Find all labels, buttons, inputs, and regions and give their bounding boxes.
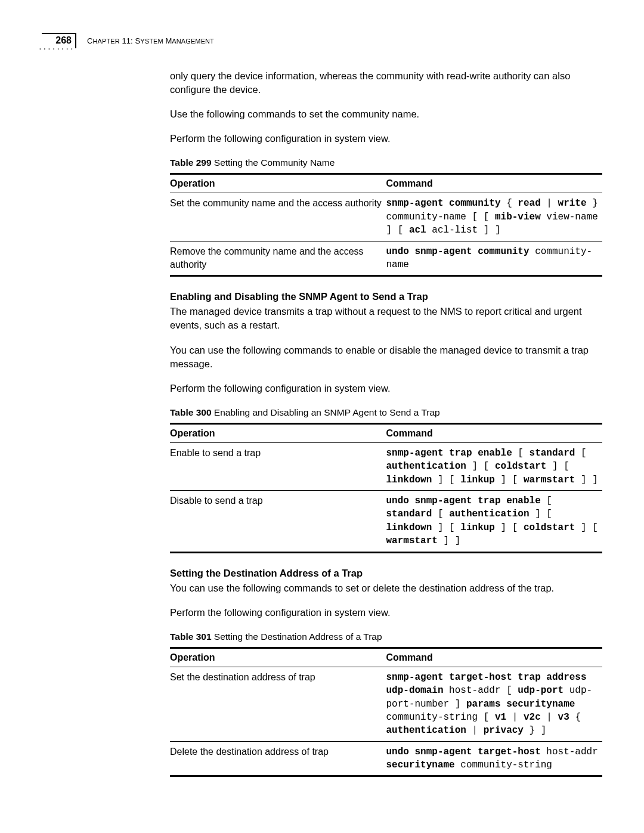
dots-decoration: · · · · · · · · [39, 46, 73, 52]
table-301-col-operation: Operation [170, 648, 386, 667]
table-cell-operation: Enable to send a trap [170, 442, 386, 490]
table-299-body: Set the community name and the access au… [170, 193, 602, 276]
section3-heading: Setting the Destination Address of a Tra… [170, 568, 602, 579]
table-row: Set the community name and the access au… [170, 193, 602, 241]
section3-p2: Perform the following configuration in s… [170, 606, 602, 620]
table-cell-operation: Set the community name and the access au… [170, 193, 386, 241]
table-300-col-operation: Operation [170, 423, 386, 442]
intro-p2: Use the following commands to set the co… [170, 107, 602, 121]
table-cell-command: snmp-agent community { read | write } co… [386, 193, 603, 241]
section2-heading: Enabling and Disabling the SNMP Agent to… [170, 291, 602, 302]
table-row: Disable to send a trapundo snmp-agent tr… [170, 490, 602, 552]
section2-p1: The managed device transmits a trap with… [170, 305, 602, 332]
table-row: Remove the community name and the access… [170, 241, 602, 276]
table-cell-command: undo snmp-agent target-host host-addr se… [386, 741, 603, 776]
page-number-value: 268 [55, 35, 72, 45]
table-299-col-command: Command [386, 174, 603, 193]
table-300-col-command: Command [386, 423, 603, 442]
table-cell-operation: Delete the destination address of trap [170, 741, 386, 776]
table-cell-command: snmp-agent trap enable [ standard [ auth… [386, 442, 603, 490]
section2-p3: Perform the following configuration in s… [170, 382, 602, 395]
table-row: Set the destination address of trapsnmp-… [170, 667, 602, 741]
intro-p3: Perform the following configuration in s… [170, 132, 602, 145]
table-cell-command: undo snmp-agent community community-name [386, 241, 603, 276]
page-number: 268 · · · · · · · · [42, 33, 76, 48]
intro-p1: only query the device information, where… [170, 69, 602, 97]
section3-p1: You can use the following commands to se… [170, 581, 602, 595]
table-cell-command: snmp-agent target-host trap address udp-… [386, 667, 603, 741]
table-row: Delete the destination address of trapun… [170, 741, 602, 776]
table-301-caption: Table 301 Setting the Destination Addres… [170, 631, 602, 642]
table-300: Operation Command Enable to send a traps… [170, 423, 602, 553]
table-row: Enable to send a trapsnmp-agent trap ena… [170, 442, 602, 490]
table-299-caption: Table 299 Setting the Community Name [170, 157, 602, 168]
table-cell-operation: Disable to send a trap [170, 490, 386, 552]
chapter-title: CHAPTER 11: SYSTEM MANAGEMENT [87, 36, 214, 45]
table-cell-command: undo snmp-agent trap enable [ standard [… [386, 490, 603, 552]
table-299-col-operation: Operation [170, 174, 386, 193]
table-299: Operation Command Set the community name… [170, 173, 602, 277]
table-301-body: Set the destination address of trapsnmp-… [170, 667, 602, 776]
page-header: 268 · · · · · · · · CHAPTER 11: SYSTEM M… [42, 33, 602, 48]
table-cell-operation: Set the destination address of trap [170, 667, 386, 741]
table-300-caption: Table 300 Enabling and Disabling an SNMP… [170, 407, 602, 418]
table-300-body: Enable to send a trapsnmp-agent trap ena… [170, 442, 602, 552]
table-301-col-command: Command [386, 648, 603, 667]
table-cell-operation: Remove the community name and the access… [170, 241, 386, 276]
section2-p2: You can use the following commands to en… [170, 343, 602, 371]
table-301: Operation Command Set the destination ad… [170, 647, 602, 778]
main-content: only query the device information, where… [170, 69, 602, 777]
